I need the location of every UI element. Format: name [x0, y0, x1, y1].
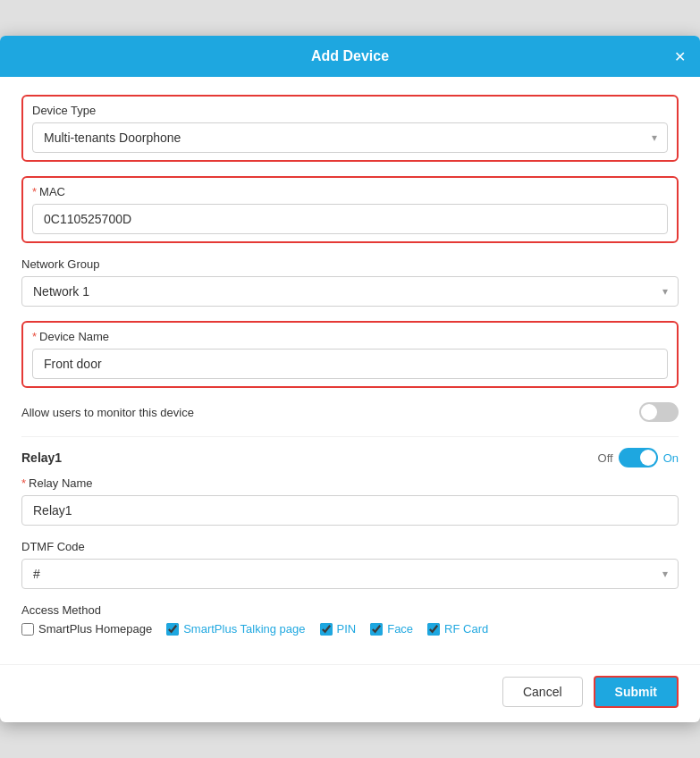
modal-footer: Cancel Submit [0, 664, 700, 722]
device-type-select[interactable]: Multi-tenants Doorphone Single Tenant Do… [32, 122, 668, 153]
device-name-required-star: * [32, 330, 37, 343]
close-button[interactable]: ✕ [674, 48, 686, 65]
mac-label: *MAC [32, 185, 668, 198]
dtmf-code-select-wrapper: # * 0 1 2 ▾ [21, 559, 679, 589]
allow-monitor-row: Allow users to monitor this device [21, 402, 679, 422]
relay-name-label: *Relay Name [21, 476, 679, 490]
access-method-row: SmartPlus Homepage SmartPlus Talking pag… [21, 622, 679, 636]
network-group-label: Network Group [21, 257, 679, 271]
dtmf-code-group: DTMF Code # * 0 1 2 ▾ [21, 540, 679, 589]
access-method-group: Access Method SmartPlus Homepage SmartPl… [21, 603, 679, 636]
smartplus-talk-checkbox[interactable] [166, 623, 179, 636]
modal-header: Add Device ✕ [0, 36, 700, 77]
smartplus-home-label: SmartPlus Homepage [38, 622, 152, 636]
access-method-rf-card: RF Card [427, 622, 488, 636]
allow-monitor-slider [639, 402, 679, 422]
device-name-input[interactable] [32, 349, 668, 379]
smartplus-talk-label: SmartPlus Talking page [183, 622, 305, 636]
access-method-face: Face [370, 622, 413, 636]
pin-label: PIN [337, 622, 357, 636]
device-type-label: Device Type [32, 104, 668, 117]
cancel-button[interactable]: Cancel [502, 677, 583, 707]
face-label: Face [387, 622, 413, 636]
access-method-smartplus-talk: SmartPlus Talking page [166, 622, 305, 636]
relay-name-input[interactable] [21, 495, 679, 526]
modal-title: Add Device [311, 48, 389, 63]
relay-name-required-star: * [21, 476, 26, 490]
submit-button[interactable]: Submit [594, 676, 679, 708]
pin-checkbox[interactable] [320, 623, 333, 636]
relay1-header: Relay1 Off On [21, 448, 679, 467]
section-divider [21, 436, 679, 437]
relay1-toggle[interactable] [619, 448, 658, 467]
mac-input[interactable] [32, 204, 668, 234]
smartplus-home-checkbox[interactable] [21, 623, 34, 636]
mac-required-star: * [32, 185, 37, 198]
device-type-group: Device Type Multi-tenants Doorphone Sing… [21, 95, 679, 162]
device-name-group: *Device Name [21, 321, 679, 388]
face-checkbox[interactable] [370, 623, 383, 636]
relay1-slider [619, 448, 658, 467]
access-method-smartplus-home: SmartPlus Homepage [21, 622, 152, 636]
device-type-select-wrapper: Multi-tenants Doorphone Single Tenant Do… [32, 122, 668, 153]
add-device-modal: Add Device ✕ Device Type Multi-tenants D… [0, 36, 700, 722]
access-method-label: Access Method [21, 603, 679, 617]
relay1-toggle-group: Off On [598, 448, 679, 467]
rf-card-checkbox[interactable] [427, 623, 440, 636]
dtmf-code-select[interactable]: # * 0 1 2 [21, 559, 679, 589]
relay-name-group: *Relay Name [21, 476, 679, 526]
allow-monitor-toggle[interactable] [639, 402, 679, 422]
modal-body: Device Type Multi-tenants Doorphone Sing… [0, 77, 700, 664]
network-group-group: Network Group Network 1 Network 2 Networ… [21, 257, 679, 307]
relay1-title: Relay1 [21, 451, 62, 465]
network-group-select[interactable]: Network 1 Network 2 Network 3 [21, 276, 679, 307]
device-name-label: *Device Name [32, 330, 668, 343]
rf-card-label: RF Card [444, 622, 488, 636]
mac-group: *MAC [21, 176, 679, 243]
relay1-off-label: Off [598, 451, 613, 465]
network-group-select-wrapper: Network 1 Network 2 Network 3 ▾ [21, 276, 679, 307]
access-method-pin: PIN [320, 622, 357, 636]
relay1-on-label: On [663, 451, 679, 465]
allow-monitor-label: Allow users to monitor this device [21, 406, 194, 419]
dtmf-code-label: DTMF Code [21, 540, 679, 553]
